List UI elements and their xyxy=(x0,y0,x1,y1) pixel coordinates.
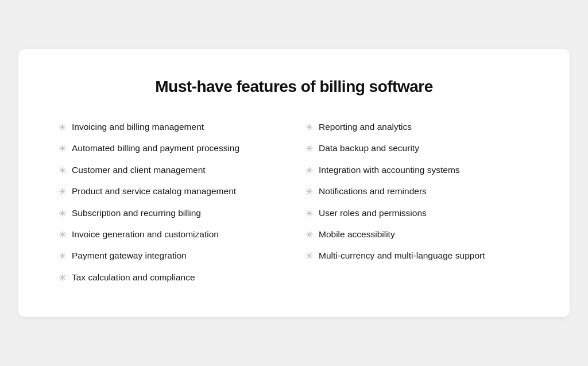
right-column: ✳Reporting and analytics✳Data backup and… xyxy=(305,117,529,288)
list-item: ✳User roles and permissions xyxy=(305,203,529,224)
item-label: Customer and client management xyxy=(72,164,283,176)
left-column: ✳Invoicing and billing management✳Automa… xyxy=(59,117,283,288)
item-label: Product and service catalog management xyxy=(72,185,283,198)
list-item: ✳Mobile accessibility xyxy=(305,224,529,245)
list-item: ✳Data backup and security xyxy=(305,138,529,159)
list-item: ✳Automated billing and payment processin… xyxy=(59,138,283,159)
list-item: ✳Reporting and analytics xyxy=(305,117,529,138)
list-item: ✳Notifications and reminders xyxy=(305,181,529,202)
content-card: Must-have features of billing software ✳… xyxy=(18,49,570,317)
item-label: Multi-currency and multi-language suppor… xyxy=(319,249,529,262)
item-label: Mobile accessibility xyxy=(319,228,529,241)
bullet-icon: ✳ xyxy=(305,207,313,220)
item-label: User roles and permissions xyxy=(319,207,529,219)
bullet-icon: ✳ xyxy=(59,229,66,241)
bullet-icon: ✳ xyxy=(305,164,313,177)
bullet-icon: ✳ xyxy=(59,186,66,198)
list-item: ✳Subscription and recurring billing xyxy=(59,203,283,224)
bullet-icon: ✳ xyxy=(305,250,313,263)
item-label: Automated billing and payment processing xyxy=(72,142,283,155)
list-item: ✳Invoicing and billing management xyxy=(59,117,283,138)
item-label: Integration with accounting systems xyxy=(319,164,529,176)
item-label: Data backup and security xyxy=(319,142,529,155)
feature-columns: ✳Invoicing and billing management✳Automa… xyxy=(59,117,529,288)
bullet-icon: ✳ xyxy=(59,207,66,220)
list-item: ✳Customer and client management xyxy=(59,160,283,181)
item-label: Subscription and recurring billing xyxy=(72,207,283,219)
bullet-icon: ✳ xyxy=(305,142,313,155)
bullet-icon: ✳ xyxy=(59,142,66,155)
bullet-icon: ✳ xyxy=(59,121,66,134)
bullet-icon: ✳ xyxy=(305,186,313,198)
item-label: Notifications and reminders xyxy=(319,185,529,198)
bullet-icon: ✳ xyxy=(59,164,66,177)
list-item: ✳Integration with accounting systems xyxy=(305,160,529,181)
list-item: ✳Product and service catalog management xyxy=(59,181,283,202)
item-label: Invoice generation and customization xyxy=(72,228,283,241)
bullet-icon: ✳ xyxy=(305,121,313,134)
item-label: Invoicing and billing management xyxy=(72,121,283,133)
page-title: Must-have features of billing software xyxy=(59,78,529,96)
list-item: ✳Invoice generation and customization xyxy=(59,224,283,245)
item-label: Tax calculation and compliance xyxy=(72,271,283,284)
item-label: Payment gateway integration xyxy=(72,249,283,262)
list-item: ✳Multi-currency and multi-language suppo… xyxy=(305,245,529,267)
list-item: ✳Tax calculation and compliance xyxy=(59,267,283,288)
item-label: Reporting and analytics xyxy=(319,121,529,133)
bullet-icon: ✳ xyxy=(59,250,66,263)
bullet-icon: ✳ xyxy=(305,229,313,241)
bullet-icon: ✳ xyxy=(59,272,66,284)
list-item: ✳Payment gateway integration xyxy=(59,245,283,267)
